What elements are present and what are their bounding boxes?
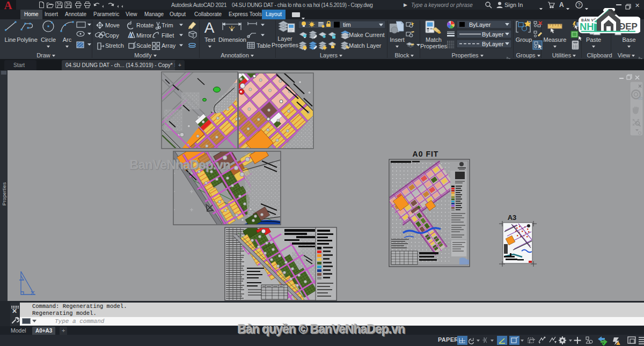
svg-text:2D: 2D — [638, 97, 643, 100]
svg-text:A: A — [204, 19, 215, 36]
svg-text:A3: A3 — [508, 214, 517, 222]
svg-text:ByLayer: ByLayer — [469, 21, 491, 28]
svg-text:BanVeNhaDep.vn: BanVeNhaDep.vn — [129, 157, 230, 172]
svg-text:A: A — [4, 0, 12, 10]
svg-text:!: ! — [620, 342, 621, 345]
svg-text:NH: NH — [580, 21, 594, 32]
svg-text:ByLayer: ByLayer — [482, 31, 504, 38]
svg-text:?: ? — [577, 2, 580, 8]
svg-text:tim: tim — [343, 21, 351, 28]
svg-text:A0 FIT: A0 FIT — [413, 150, 439, 158]
svg-text:ĐẸP: ĐẸP — [619, 21, 638, 32]
svg-text:ByLayer: ByLayer — [482, 41, 504, 47]
